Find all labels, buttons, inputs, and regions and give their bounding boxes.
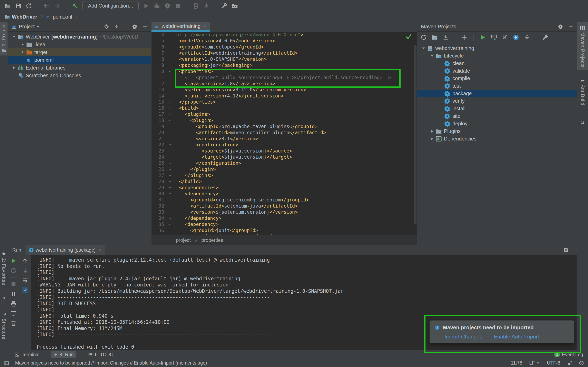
breadcrumb-item-webdriver[interactable]: WebDriver — [5, 14, 37, 20]
enable-auto-import-link[interactable]: Enable Auto-Import — [494, 334, 539, 340]
stop-icon[interactable] — [10, 281, 17, 287]
wrench-icon[interactable] — [543, 34, 549, 40]
minimize-icon[interactable] — [143, 24, 147, 29]
sidebar-item-ant-build[interactable]: Ant Build — [577, 75, 588, 108]
tree-item-compile[interactable]: compile — [417, 75, 577, 82]
fold-marker-icon[interactable] — [166, 178, 173, 184]
tool-windows-toggle-icon[interactable] — [4, 361, 9, 366]
sync-icon[interactable] — [26, 3, 32, 9]
tree-item-webdrivertraining[interactable]: mwebdrivertraining — [417, 44, 577, 52]
sidebar-item-structure[interactable]: 7: Structure — [1, 310, 7, 342]
down-icon[interactable] — [22, 267, 28, 274]
mrun-icon[interactable]: m — [491, 34, 497, 40]
play-icon[interactable] — [143, 3, 149, 9]
bug-icon[interactable] — [154, 3, 160, 9]
pause-icon[interactable] — [10, 291, 17, 297]
sidebar-item-project[interactable]: 1: Project — [0, 22, 8, 55]
plus-icon[interactable] — [461, 34, 467, 40]
fold-marker-icon[interactable] — [166, 166, 173, 172]
stop-icon[interactable] — [175, 3, 181, 9]
tree-item-test[interactable]: test — [417, 82, 577, 90]
fold-marker-icon[interactable] — [166, 142, 173, 148]
chevron-down-icon[interactable] — [36, 25, 40, 29]
toolbar-item-run[interactable]: 4: Run — [51, 351, 76, 358]
print-icon[interactable] — [10, 301, 17, 307]
tree-item-install[interactable]: install — [417, 105, 577, 112]
import-changes-link[interactable]: Import Changes — [444, 334, 482, 340]
coverage-icon[interactable] — [164, 3, 171, 9]
locate-icon[interactable] — [104, 24, 109, 29]
highlighting-level-icon[interactable] — [579, 361, 584, 366]
fold-marker-icon[interactable] — [166, 184, 173, 191]
chevron-right-icon[interactable] — [19, 50, 26, 54]
tree-item-pom-xml[interactable]: mpom.xml — [8, 56, 151, 64]
code-viewport[interactable]: 4 http://maven.apache.org/xsd/maven-4.0.… — [151, 32, 417, 235]
caret-position[interactable]: 11:78 — [511, 360, 522, 366]
tree-item-validate[interactable]: validate — [417, 67, 577, 75]
search-icon[interactable] — [580, 120, 585, 125]
fold-marker-icon[interactable] — [166, 221, 173, 227]
fold-marker-icon[interactable] — [166, 99, 173, 105]
gear-icon[interactable] — [563, 248, 568, 252]
tree-item-plugins[interactable]: Plugins — [417, 127, 577, 135]
lock-icon[interactable] — [567, 361, 572, 366]
collapse-icon[interactable] — [524, 34, 530, 40]
trash-icon[interactable] — [10, 320, 17, 326]
editor-scrollbar[interactable] — [414, 45, 416, 224]
device-download-icon[interactable] — [203, 3, 209, 9]
fold-marker-icon[interactable] — [166, 172, 173, 178]
tree-item--idea[interactable]: .idea — [8, 41, 151, 48]
save-icon[interactable] — [15, 3, 21, 9]
status-message[interactable]: Maven projects need to be imported // Im… — [15, 360, 207, 366]
tree-item-scratches-and-consoles[interactable]: Scratches and Consoles — [8, 72, 151, 79]
chevron-down-icon[interactable] — [429, 54, 436, 58]
softwrap-icon[interactable] — [22, 277, 28, 284]
tree-item-webdriver[interactable]: WebDriver[webdrivertraining]~/Desktop/We… — [8, 33, 151, 41]
fold-marker-icon[interactable] — [166, 191, 173, 197]
skip-icon[interactable] — [502, 34, 508, 40]
download-icon[interactable] — [443, 34, 449, 40]
tree-item-package[interactable]: package — [417, 90, 577, 97]
fold-marker-icon[interactable] — [166, 68, 173, 75]
close-icon[interactable] — [98, 248, 102, 252]
breadcrumb-properties[interactable]: properties — [201, 237, 223, 243]
hammer-icon[interactable] — [72, 3, 78, 9]
fold-marker-icon[interactable] — [166, 105, 173, 111]
encoding-selector[interactable]: UTF-8 — [547, 360, 560, 366]
tree-item-site[interactable]: site — [417, 112, 577, 120]
chevron-down-icon[interactable] — [420, 46, 427, 50]
tree-item-target[interactable]: target — [8, 48, 151, 56]
replay-icon[interactable] — [10, 267, 17, 274]
tree-item-clean[interactable]: clean — [417, 59, 577, 67]
tree-item-deploy[interactable]: deploy — [417, 120, 577, 127]
chevron-right-icon[interactable] — [429, 129, 436, 133]
chevron-right-icon[interactable] — [11, 66, 17, 70]
line-separator-selector[interactable]: LF — [529, 360, 540, 366]
tree-item-verify[interactable]: verify — [417, 97, 577, 105]
add-configuration-button[interactable]: Add Configuration... — [82, 1, 139, 10]
sidebar-item-favorites[interactable]: 2: Favorites — [1, 249, 7, 287]
tree-item-dependencies[interactable]: Dependencies — [417, 135, 577, 142]
collapse-all-icon[interactable] — [114, 24, 119, 29]
structure-folder-icon[interactable] — [232, 3, 238, 9]
forward-icon[interactable] — [54, 3, 60, 9]
breadcrumb-item-pomxml[interactable]: m pom.xml — [46, 14, 72, 20]
minimize-icon[interactable] — [568, 24, 573, 29]
panel-title[interactable]: Project — [19, 24, 35, 30]
fold-marker-icon[interactable] — [166, 215, 173, 221]
tab-run-config[interactable]: webdrivertraining [package] — [26, 245, 105, 255]
sync-icon[interactable] — [421, 34, 427, 40]
tree-item-external-libraries[interactable]: External Libraries — [8, 64, 151, 72]
open-icon[interactable] — [4, 3, 11, 9]
gear-icon[interactable] — [132, 24, 137, 29]
play-icon[interactable] — [480, 34, 486, 40]
offline-icon[interactable] — [513, 34, 519, 40]
toolbar-item-todo[interactable]: 6: TODO — [86, 351, 116, 358]
device-run-icon[interactable] — [193, 3, 199, 9]
inspection-ok-icon[interactable] — [405, 33, 412, 40]
toolbar-item-terminal[interactable]: Terminal — [12, 351, 42, 358]
breadcrumb-project[interactable]: project — [176, 237, 191, 243]
sidebar-item-maven-projects[interactable]: m Maven Projects — [577, 22, 588, 70]
rerun-icon[interactable] — [10, 258, 17, 264]
event-log-button[interactable]: 1 Event Log — [554, 352, 583, 358]
